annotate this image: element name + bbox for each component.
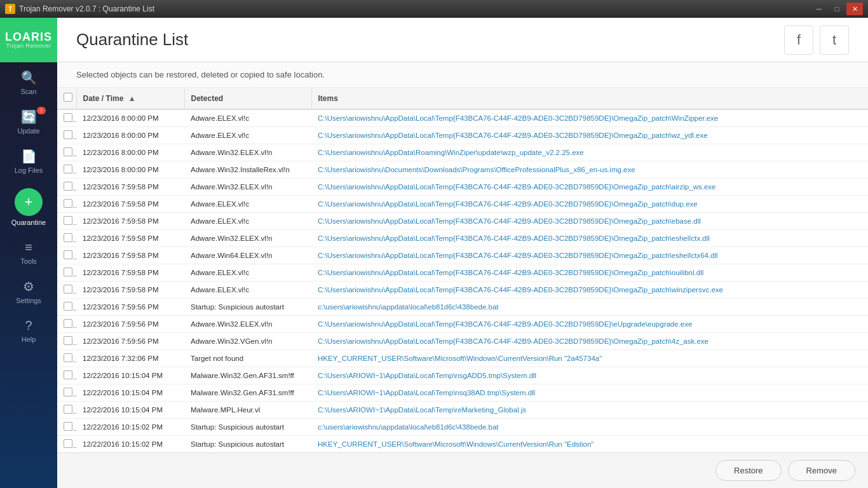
row-checkbox[interactable] (64, 285, 72, 294)
row-checkbox[interactable] (64, 268, 72, 276)
quarantine-circle: + (15, 188, 43, 216)
row-checkbox[interactable] (64, 353, 72, 362)
row-checkbox[interactable] (64, 165, 72, 173)
row-checkbox[interactable] (64, 405, 72, 414)
row-checkbox[interactable] (64, 388, 72, 396)
row-checkbox-cell[interactable] (57, 127, 76, 144)
row-items: C:\Users\ARIOWI~1\AppData\Local\Temp\nsq… (311, 384, 868, 402)
row-checkbox[interactable] (64, 319, 72, 328)
row-items: C:\Users\ariowishnu\AppData\Local\Temp{F… (311, 213, 868, 230)
maximize-button[interactable]: □ (829, 3, 845, 15)
row-checkbox-cell[interactable] (57, 161, 76, 179)
title-bar: T Trojan Remover v2.0.7 : Quarantine Lis… (0, 0, 868, 18)
row-datetime: 12/23/2016 7:59:58 PM (76, 179, 184, 196)
row-detected: Adware.ELEX.vl!c (184, 127, 311, 144)
remove-button[interactable]: Remove (788, 460, 855, 481)
row-datetime: 12/22/2016 10:15:04 PM (76, 384, 184, 402)
row-datetime: 12/23/2016 7:59:58 PM (76, 196, 184, 213)
row-checkbox[interactable] (64, 182, 72, 191)
row-checkbox[interactable] (64, 130, 72, 139)
select-all-checkbox[interactable] (64, 93, 72, 102)
sidebar-item-log-files[interactable]: 📄 Log Files (0, 141, 57, 180)
row-detected: Malware.Win32.Gen.AF31.sm!ff (184, 384, 311, 402)
sidebar-item-label: Tools (20, 257, 37, 265)
row-detected: Adware.ELEX.vl!c (184, 264, 311, 281)
row-detected: Adware.Win32.ELEX.vl!n (184, 230, 311, 247)
row-checkbox-cell[interactable] (57, 281, 76, 299)
row-checkbox-cell[interactable] (57, 333, 76, 350)
sidebar-item-tools[interactable]: ≡ Tools (0, 233, 57, 271)
row-checkbox-cell[interactable] (57, 230, 76, 247)
row-items: C:\Users\ariowishnu\AppData\Roaming\WinZ… (311, 144, 868, 161)
quarantine-table: Date / Time ▲ Detected Items 12/23/2016 … (57, 88, 868, 452)
row-checkbox-cell[interactable] (57, 419, 76, 436)
row-items: HKEY_CURRENT_USER\Software\Microsoft\Win… (311, 436, 868, 453)
sidebar-item-update[interactable]: ! 🔄 Update (0, 102, 57, 141)
table-row: 12/23/2016 7:59:58 PMAdware.ELEX.vl!cC:\… (57, 196, 868, 213)
row-checkbox-cell[interactable] (57, 402, 76, 419)
row-checkbox[interactable] (64, 250, 72, 259)
table-row: 12/23/2016 7:59:56 PMStartup: Suspicious… (57, 299, 868, 316)
sidebar-item-label: Settings (16, 297, 41, 304)
row-checkbox-cell[interactable] (57, 264, 76, 281)
row-checkbox-cell[interactable] (57, 316, 76, 333)
row-checkbox[interactable] (64, 199, 72, 208)
twitter-button[interactable]: t (820, 25, 849, 55)
sidebar-item-quarantine[interactable]: + Quarantine (0, 180, 57, 233)
row-datetime: 12/23/2016 8:00:00 PM (76, 127, 184, 144)
row-checkbox-cell[interactable] (57, 299, 76, 316)
row-datetime: 12/22/2016 10:15:04 PM (76, 367, 184, 384)
row-checkbox-cell[interactable] (57, 109, 76, 127)
row-checkbox[interactable] (64, 216, 72, 225)
row-checkbox[interactable] (64, 302, 72, 311)
info-bar: Selected objects can be restored, delete… (57, 62, 868, 88)
restore-button[interactable]: Restore (715, 460, 782, 481)
sidebar: LOARIS Trojan Remover 🔍 Scan ! 🔄 Update … (0, 18, 57, 488)
minimize-button[interactable]: ─ (811, 3, 827, 15)
table-row: 12/22/2016 10:15:04 PMMalware.MPL.Heur.v… (57, 402, 868, 419)
row-checkbox[interactable] (64, 370, 72, 379)
row-items: C:\Users\ariowishnu\AppData\Local\Temp{F… (311, 196, 868, 213)
info-text: Selected objects can be restored, delete… (76, 70, 325, 79)
row-checkbox[interactable] (64, 336, 72, 345)
row-checkbox-cell[interactable] (57, 350, 76, 367)
col-datetime[interactable]: Date / Time ▲ (76, 88, 184, 109)
row-checkbox[interactable] (64, 113, 72, 122)
table-row: 12/23/2016 7:59:58 PMAdware.ELEX.vl!cC:\… (57, 213, 868, 230)
row-checkbox-cell[interactable] (57, 213, 76, 230)
row-items: C:\Users\ariowishnu\AppData\Local\Temp{F… (311, 264, 868, 281)
update-icon: 🔄 (21, 109, 37, 125)
row-detected: Adware.Win32.VGen.vl!n (184, 333, 311, 350)
row-items: HKEY_CURRENT_USER\Software\Microsoft\Win… (311, 350, 868, 367)
col-detected[interactable]: Detected (184, 88, 311, 109)
sidebar-item-settings[interactable]: ⚙ Settings (0, 271, 57, 311)
row-checkbox-cell[interactable] (57, 367, 76, 384)
logo-name: LOARIS (5, 31, 52, 43)
footer: Restore Remove (57, 452, 868, 488)
table-row: 12/22/2016 10:15:04 PMMalware.Win32.Gen.… (57, 367, 868, 384)
sidebar-item-scan[interactable]: 🔍 Scan (0, 62, 57, 102)
quarantine-table-container[interactable]: Date / Time ▲ Detected Items 12/23/2016 … (57, 88, 868, 452)
scan-icon: 🔍 (21, 70, 37, 85)
close-button[interactable]: ✕ (846, 3, 863, 15)
row-checkbox[interactable] (64, 439, 72, 448)
facebook-button[interactable]: f (784, 25, 813, 55)
row-checkbox-cell[interactable] (57, 247, 76, 264)
col-checkbox[interactable] (57, 88, 76, 109)
row-checkbox-cell[interactable] (57, 196, 76, 213)
row-checkbox-cell[interactable] (57, 436, 76, 453)
row-checkbox[interactable] (64, 147, 72, 156)
row-datetime: 12/23/2016 7:59:56 PM (76, 316, 184, 333)
row-checkbox-cell[interactable] (57, 384, 76, 402)
row-checkbox[interactable] (64, 422, 72, 431)
app-icon: T (5, 4, 15, 14)
main-container: LOARIS Trojan Remover 🔍 Scan ! 🔄 Update … (0, 18, 868, 488)
row-checkbox-cell[interactable] (57, 144, 76, 161)
sidebar-item-help[interactable]: ? Help (0, 311, 57, 349)
row-detected: Adware.ELEX.vl!c (184, 109, 311, 127)
row-checkbox[interactable] (64, 233, 72, 242)
row-datetime: 12/22/2016 10:15:02 PM (76, 419, 184, 436)
row-items: C:\Users\ariowishnu\AppData\Local\Temp{F… (311, 109, 868, 127)
row-checkbox-cell[interactable] (57, 179, 76, 196)
page-title: Quarantine List (76, 30, 784, 50)
